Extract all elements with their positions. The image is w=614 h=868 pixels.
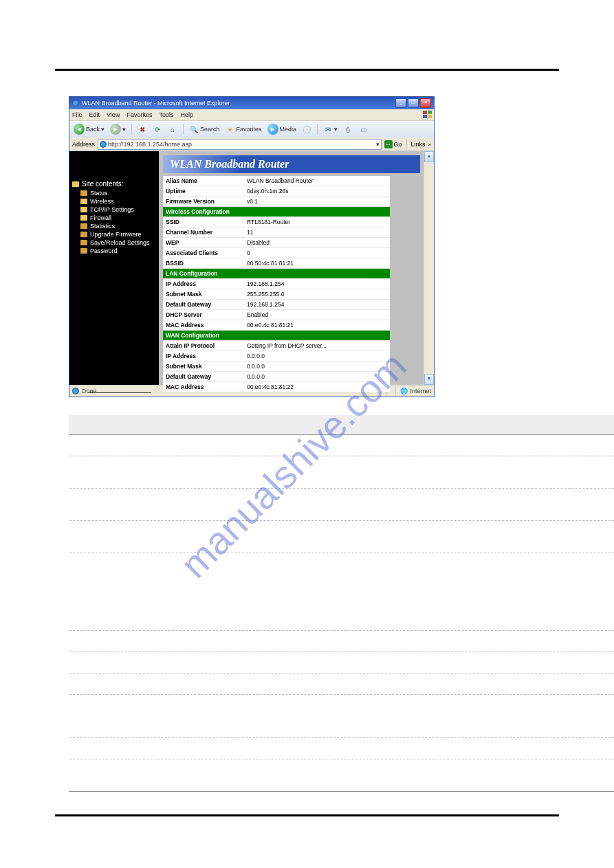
menu-favorites[interactable]: Favorites: [127, 111, 152, 118]
refresh-icon: ⟳: [153, 124, 162, 134]
router-banner: WLAN Broadband Router: [163, 155, 420, 173]
scrollbar[interactable]: ▲ ▼: [424, 151, 434, 385]
table-row: Default Gateway192.168.1.254: [163, 300, 390, 310]
back-button[interactable]: ◄ Back ▾: [72, 123, 106, 135]
table-key: Default Gateway: [163, 372, 244, 382]
sidebar-item-statistics[interactable]: Statistics: [69, 222, 159, 230]
forward-button[interactable]: ► ▾: [109, 123, 127, 135]
doc-table-row: [69, 674, 614, 695]
table-key: Uptime: [163, 186, 244, 197]
history-icon: 🕓: [302, 124, 311, 134]
table-value: RTL8181-Router: [244, 217, 390, 227]
chevron-down-icon[interactable]: ▾: [376, 140, 380, 149]
stop-button[interactable]: ✖: [136, 123, 149, 135]
refresh-button[interactable]: ⟳: [151, 123, 164, 135]
scroll-up-button[interactable]: ▲: [424, 151, 434, 162]
table-key: Associated Clients: [163, 248, 244, 258]
table-value: 11: [244, 227, 390, 238]
separator: [406, 139, 407, 150]
browser-window: WLAN Broadband Router - Microsoft Intern…: [69, 96, 435, 397]
print-button[interactable]: ⎙: [342, 123, 354, 135]
address-input[interactable]: http://192.168.1.254/home.asp ▾: [98, 139, 381, 150]
sidebar-item-save-reload-settings[interactable]: Save/Reload Settings: [69, 238, 159, 247]
links-label[interactable]: Links: [411, 141, 426, 148]
edit-icon: ▭: [358, 124, 368, 134]
doc-table-header: [69, 415, 614, 435]
minimize-button[interactable]: _: [395, 98, 406, 108]
sidebar-item-label: TCP/IP Settings: [90, 206, 134, 213]
table-value: 255.255.255.0: [244, 289, 390, 300]
go-button[interactable]: → Go: [384, 140, 402, 148]
table-row: SSIDRTL8181-Router: [163, 217, 390, 227]
menubar: File Edit View Favorites Tools Help: [69, 109, 434, 121]
content-area: Site contents: StatusWirelessTCP/IP Sett…: [69, 151, 434, 385]
close-button[interactable]: ×: [420, 98, 431, 108]
table-key: WEP: [163, 238, 244, 248]
folder-icon: [80, 223, 87, 229]
favorites-button[interactable]: ★ Favorites: [224, 123, 263, 135]
sidebar-item-label: Wireless: [90, 198, 114, 205]
page-icon: [100, 141, 107, 148]
table-key: IP Address: [163, 351, 244, 361]
svg-rect-0: [423, 111, 427, 114]
menu-tools[interactable]: Tools: [159, 111, 173, 118]
titlebar: WLAN Broadband Router - Microsoft Intern…: [69, 97, 434, 109]
table-value: 0.0.0.0: [244, 372, 390, 382]
menu-file[interactable]: File: [72, 111, 83, 118]
media-label: Media: [280, 126, 297, 133]
table-key: SSID: [163, 217, 244, 227]
folder-icon: [80, 248, 87, 254]
table-row: Subnet Mask0.0.0.0: [163, 361, 390, 372]
folder-icon: [80, 232, 87, 237]
table-value: 00:50:4c:81:81:21: [244, 258, 390, 269]
sidebar-item-label: Status: [90, 190, 108, 197]
sidebar-item-password[interactable]: Password: [69, 247, 159, 255]
doc-table-row: [69, 652, 614, 674]
scroll-down-button[interactable]: ▼: [424, 374, 434, 385]
scroll-track[interactable]: [424, 162, 434, 374]
menu-edit[interactable]: Edit: [89, 111, 100, 118]
home-button[interactable]: ⌂: [166, 123, 179, 135]
menu-help[interactable]: Help: [180, 111, 193, 118]
table-key: Channel Number: [163, 227, 244, 238]
sidebar-item-tcp-ip-settings[interactable]: TCP/IP Settings: [69, 205, 159, 214]
doc-table-row: [69, 695, 614, 738]
chevron-down-icon: ▾: [122, 126, 126, 133]
edit-button[interactable]: ▭: [357, 123, 369, 135]
search-button[interactable]: 🔍 Search: [188, 123, 221, 135]
sidebar-item-upgrade-firmware[interactable]: Upgrade Firmware: [69, 230, 159, 238]
media-button[interactable]: ► Media: [266, 123, 298, 135]
sidebar-item-label: Statistics: [90, 223, 115, 230]
chevron-down-icon: ▾: [334, 126, 338, 133]
doc-table-row: [69, 553, 614, 631]
status-table: Alias NameWLAN Broadband RouterUptime0da…: [163, 176, 390, 392]
doc-table-row: [69, 738, 614, 759]
print-icon: ⎙: [343, 124, 353, 134]
sidebar-item-firewall[interactable]: Firewall: [69, 214, 159, 222]
favorites-label: Favorites: [237, 126, 262, 133]
table-row: DHCP ServerEnabled: [163, 310, 390, 320]
status-zone: 🌐 Internet: [395, 386, 431, 396]
menu-view[interactable]: View: [107, 111, 120, 118]
sidebar-title-label: Site contents:: [82, 180, 124, 188]
folder-icon: [80, 207, 87, 212]
sidebar-item-status[interactable]: Status: [69, 189, 159, 197]
table-section-header: LAN Configuration: [163, 269, 390, 279]
ie-icon: [72, 100, 79, 107]
table-key: Firmware Version: [163, 197, 244, 207]
folder-icon: [80, 215, 87, 221]
chevron-right-icon[interactable]: »: [428, 142, 431, 148]
maximize-button[interactable]: □: [408, 98, 419, 108]
bottom-rule: [55, 814, 559, 816]
mail-button[interactable]: ✉▾: [322, 123, 339, 135]
doc-table-row: [69, 456, 614, 489]
table-row: Default Gateway0.0.0.0: [163, 372, 390, 382]
mail-icon: ✉: [323, 124, 333, 134]
svg-rect-2: [423, 115, 427, 118]
history-button[interactable]: 🕓: [300, 123, 313, 135]
sidebar-item-wireless[interactable]: Wireless: [69, 197, 159, 205]
doc-table-row: [69, 631, 614, 652]
svg-rect-3: [428, 115, 432, 118]
address-label: Address: [72, 141, 95, 148]
separator: [317, 124, 318, 135]
